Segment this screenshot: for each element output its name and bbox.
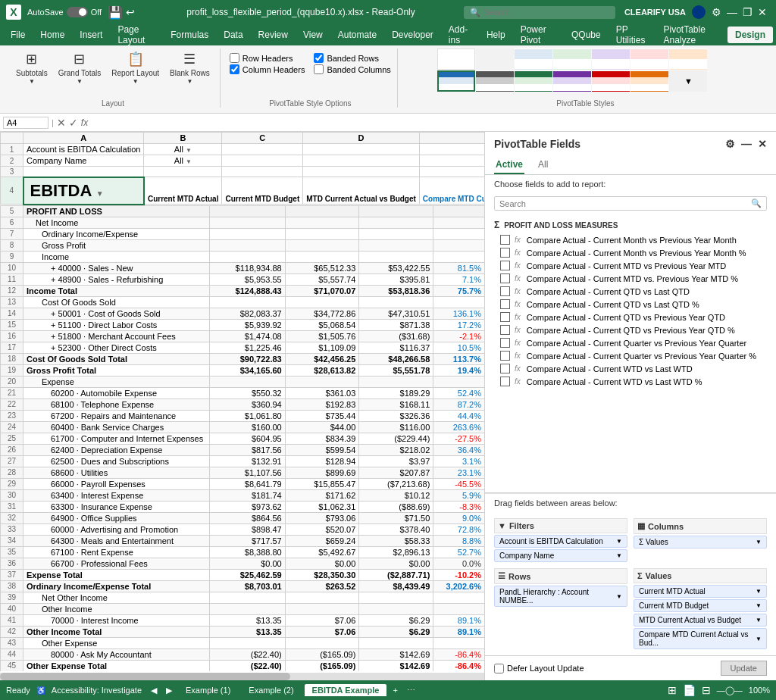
cell-e[interactable]: 52.7% [433,546,484,558]
cell-c[interactable]: $7.06 [285,626,359,637]
cell-a4[interactable]: EBITDA ▼ [23,177,144,205]
cell-a[interactable]: + 51100 · Direct Labor Costs [23,319,210,330]
field-checkbox[interactable] [500,377,510,386]
cell-e[interactable]: -2.1% [433,330,484,342]
update-btn[interactable]: Update [721,661,767,676]
style-medium-4[interactable] [553,70,591,92]
cell-d[interactable]: $53,422.55 [359,262,433,273]
cell-b[interactable] [209,376,285,387]
cell-a[interactable]: PROFIT AND LOSS [23,205,210,217]
cell-c[interactable] [285,296,359,308]
cell-a1[interactable]: Account is EBITDA Calculation [23,144,144,155]
col-a-header[interactable]: A [23,133,144,144]
col-e-header[interactable]: E [419,133,484,144]
cell-e[interactable] [433,205,484,217]
sheet-more-icon[interactable]: ⋯ [404,686,418,695]
pivot-field-item[interactable]: fx Compare Actual - Current QTD vs Last … [485,298,776,311]
report-layout-btn[interactable]: 📋 Report Layout ▼ [108,48,163,87]
cell-c[interactable] [285,376,359,387]
cell-d4[interactable]: MTD Current Actual vs Budget [303,177,420,205]
autosave-toggle[interactable]: AutoSave Off [27,7,102,17]
cell-d[interactable] [359,239,433,251]
cell-b[interactable]: $1,107.56 [209,467,285,478]
cell-a[interactable]: + 48900 · Sales - Refurbishing [23,273,210,285]
cell-e[interactable] [433,217,484,228]
cell-e[interactable]: 81.5% [433,262,484,273]
field-checkbox[interactable] [500,338,510,348]
restore-btn[interactable]: ❐ [740,5,755,20]
value-item-1[interactable]: Current MTD Actual ▼ [634,585,767,598]
cell-b[interactable]: $160.00 [209,421,285,433]
menu-help[interactable]: Help [479,27,513,43]
cell-b2[interactable]: All ▼ [144,155,222,167]
formula-input[interactable]: EBITDA [91,117,773,128]
cell-a[interactable]: Other Income Total [23,626,210,637]
menu-insert[interactable]: Insert [72,27,110,43]
cell-d[interactable]: $6.29 [359,614,433,626]
search-bar[interactable]: 🔍 [464,6,615,19]
cell-a[interactable]: 60200 · Automobile Expense [23,387,210,398]
cell-e[interactable]: 17.2% [433,319,484,330]
pivot-field-item[interactable]: fx Compare Actual - Current MTD vs. Prev… [485,272,776,285]
banded-columns-checkbox[interactable] [314,64,324,74]
menu-add-ins[interactable]: Add-ins [441,21,479,48]
cell-e4[interactable]: Compare MTD Current Actual vs Budget % [419,177,484,205]
cell-a[interactable]: Ordinary Income/Expense [23,228,210,239]
pivot-field-item[interactable]: fx Compare Actual - Current QTD vs Last … [485,285,776,298]
cell-e[interactable]: 72.8% [433,523,484,535]
subtotals-btn[interactable]: ⊞ Subtotals ▼ [12,48,52,87]
cell-c[interactable]: $5,557.74 [285,273,359,285]
cell-c[interactable]: $128.94 [285,455,359,467]
cell-b[interactable] [209,296,285,308]
cell-c[interactable]: $71,070.07 [285,285,359,296]
cell-d[interactable]: $48,266.58 [359,353,433,364]
field-checkbox[interactable] [500,325,510,335]
cell-a[interactable]: 60400 · Bank Service Charges [23,421,210,433]
cell-d[interactable]: $2,896.13 [359,546,433,558]
cell-a[interactable]: 63300 · Insurance Expense [23,501,210,512]
pivot-search-box[interactable]: 🔍 [494,196,767,211]
cell-a[interactable]: 67200 · Repairs and Maintenance [23,410,210,421]
cell-c[interactable]: $1,062.31 [285,501,359,512]
cell-c[interactable]: $834.39 [285,433,359,444]
menu-view[interactable]: View [296,27,330,43]
cell-a[interactable]: + 51800 · Merchant Account Fees [23,330,210,342]
cell-a[interactable]: Other Expense [23,637,210,648]
cell-b[interactable]: $604.95 [209,433,285,444]
cell-a[interactable]: 68100 · Telephone Expense [23,398,210,410]
cell-c[interactable] [285,603,359,614]
sheet-nav-prev[interactable]: ◀ [148,686,160,695]
cell-e[interactable]: 3,202.6% [433,580,484,592]
cell-b[interactable] [209,217,285,228]
cell-d[interactable]: $326.36 [359,410,433,421]
row-headers-checkbox[interactable] [230,53,239,63]
cell-b[interactable]: $13.35 [209,614,285,626]
cell-d[interactable] [359,376,433,387]
cell-e[interactable]: 44.4% [433,410,484,421]
cell-c[interactable]: $171.62 [285,489,359,501]
cell-a[interactable]: 67100 · Rent Expense [23,546,210,558]
cell-c[interactable]: $192.83 [285,398,359,410]
menu-qqube[interactable]: QQube [564,27,609,43]
value-item-4[interactable]: Compare MTD Current Actual vs Bud... ▼ [634,628,767,649]
cell-c[interactable]: $7.06 [285,614,359,626]
column-headers-checkbox[interactable] [230,64,239,74]
cell-a[interactable]: Expense Total [23,569,210,580]
cell-e[interactable]: 52.4% [433,387,484,398]
pivot-field-item[interactable]: fx Compare Actual - Current Month vs Pre… [485,233,776,246]
cell-d[interactable]: $116.00 [359,421,433,433]
cell-b[interactable]: $8,641.79 [209,478,285,489]
filter-item-2[interactable]: Company Name ▼ [494,549,627,562]
cell-e[interactable]: -86.4% [433,648,484,660]
cell-e[interactable]: 263.6% [433,421,484,433]
blank-rows-btn[interactable]: ☰ Blank Rows ▼ [166,48,214,87]
cell-c[interactable]: $361.03 [285,387,359,398]
cell-b[interactable]: $90,722.83 [209,353,285,364]
cell-a[interactable]: 61700 · Computer and Internet Expenses [23,433,210,444]
cell-e[interactable]: 89.1% [433,626,484,637]
cell-b[interactable]: $0.00 [209,558,285,569]
pivot-field-item[interactable]: fx Compare Actual - Current QTD vs Previ… [485,323,776,336]
menu-automate[interactable]: Automate [330,27,384,43]
style-light-3[interactable] [553,48,591,70]
cell-b1[interactable]: All ▼ [144,144,222,155]
